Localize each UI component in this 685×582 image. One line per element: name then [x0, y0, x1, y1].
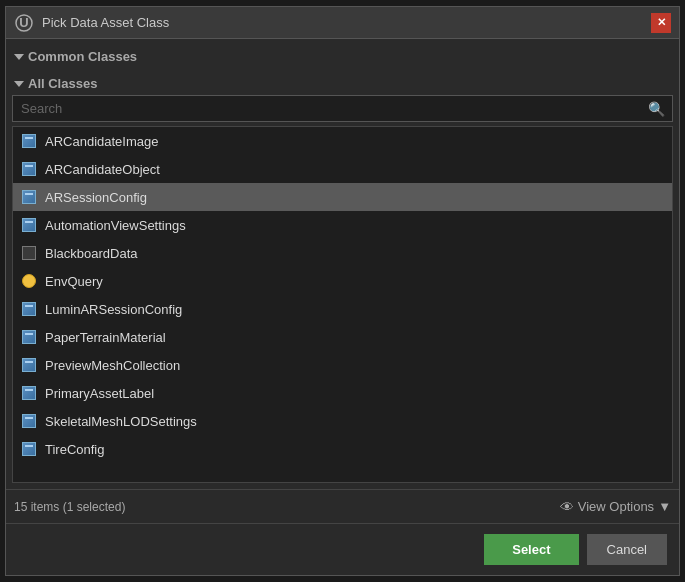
item-icon [21, 217, 37, 233]
item-icon [21, 357, 37, 373]
item-label: TireConfig [45, 442, 104, 457]
eye-icon: 👁 [560, 499, 574, 515]
item-label: ARCandidateImage [45, 134, 158, 149]
dialog-title: Pick Data Asset Class [42, 15, 169, 30]
ue-logo-icon: U [14, 13, 34, 33]
title-bar: U Pick Data Asset Class ✕ [6, 7, 679, 39]
cancel-button[interactable]: Cancel [587, 534, 667, 565]
item-icon [21, 441, 37, 457]
search-container: 🔍 [12, 95, 673, 122]
view-options-chevron-icon: ▼ [658, 499, 671, 514]
status-bar: 15 items (1 selected) 👁 View Options ▼ [6, 489, 679, 523]
item-label: ARCandidateObject [45, 162, 160, 177]
item-label: ARSessionConfig [45, 190, 147, 205]
all-classes-label: All Classes [28, 76, 97, 91]
close-button[interactable]: ✕ [651, 13, 671, 33]
item-icon [21, 329, 37, 345]
dialog-footer: Select Cancel [6, 523, 679, 575]
item-icon [21, 413, 37, 429]
view-options-button[interactable]: 👁 View Options ▼ [560, 499, 671, 515]
class-list[interactable]: ARCandidateImageARCandidateObjectARSessi… [12, 126, 673, 483]
item-icon [21, 273, 37, 289]
item-label: PaperTerrainMaterial [45, 330, 166, 345]
list-item[interactable]: BlackboardData [13, 239, 672, 267]
list-item[interactable]: EnvQuery [13, 267, 672, 295]
list-item[interactable]: PaperTerrainMaterial [13, 323, 672, 351]
item-label: AutomationViewSettings [45, 218, 186, 233]
list-item[interactable]: ARCandidateObject [13, 155, 672, 183]
item-icon [21, 189, 37, 205]
list-item[interactable]: LuminARSessionConfig [13, 295, 672, 323]
item-label: BlackboardData [45, 246, 138, 261]
list-item[interactable]: AutomationViewSettings [13, 211, 672, 239]
common-classes-section: Common Classes [12, 45, 673, 68]
common-classes-label: Common Classes [28, 49, 137, 64]
status-text: 15 items (1 selected) [14, 500, 125, 514]
all-classes-section: All Classes 🔍 ARCandidateImageARCandidat… [12, 72, 673, 483]
item-label: SkeletalMeshLODSettings [45, 414, 197, 429]
svg-text:U: U [19, 15, 28, 30]
item-icon [21, 161, 37, 177]
all-classes-header: All Classes [12, 72, 673, 95]
all-classes-triangle-icon [14, 81, 24, 87]
list-item[interactable]: SkeletalMeshLODSettings [13, 407, 672, 435]
item-label: PreviewMeshCollection [45, 358, 180, 373]
pick-data-asset-dialog: U Pick Data Asset Class ✕ Common Classes… [5, 6, 680, 576]
item-label: LuminARSessionConfig [45, 302, 182, 317]
search-input[interactable] [12, 95, 673, 122]
dialog-content: Common Classes All Classes 🔍 ARCandidate… [6, 39, 679, 489]
list-item[interactable]: ARSessionConfig [13, 183, 672, 211]
list-item[interactable]: ARCandidateImage [13, 127, 672, 155]
item-label: PrimaryAssetLabel [45, 386, 154, 401]
item-icon [21, 385, 37, 401]
list-item[interactable]: TireConfig [13, 435, 672, 463]
item-label: EnvQuery [45, 274, 103, 289]
title-bar-left: U Pick Data Asset Class [14, 13, 169, 33]
item-icon [21, 301, 37, 317]
view-options-label: View Options [578, 499, 654, 514]
item-icon [21, 133, 37, 149]
list-item[interactable]: PreviewMeshCollection [13, 351, 672, 379]
select-button[interactable]: Select [484, 534, 578, 565]
search-icon: 🔍 [648, 101, 665, 117]
item-icon [21, 245, 37, 261]
list-item[interactable]: PrimaryAssetLabel [13, 379, 672, 407]
triangle-down-icon [14, 54, 24, 60]
